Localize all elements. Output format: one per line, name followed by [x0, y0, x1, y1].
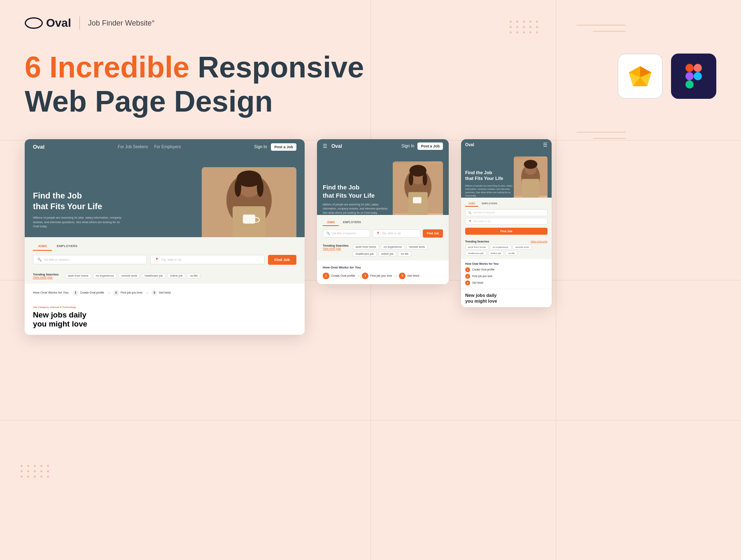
desktop-tab-jobs[interactable]: JOBS	[33, 242, 52, 251]
mobile-person-svg	[514, 156, 548, 198]
tablet-tag-1[interactable]: work from home	[353, 244, 379, 250]
hero-heading: 6 Incredible ResponsiveWeb Page Design	[25, 50, 716, 119]
tablet-location-input[interactable]: 📍 City, state or zip	[373, 229, 420, 238]
tablet-search-section: JOBS EMPLOYERS 🔍 Job tittle or keyword 📍…	[317, 215, 449, 242]
step-arrow-2: →	[145, 290, 149, 295]
desktop-bottom-heading-2: you might love	[33, 320, 87, 328]
tablet-step1-num: 1	[323, 273, 329, 279]
mobile-tag-4[interactable]: healthcare job	[465, 251, 487, 256]
trending-tag-5[interactable]: online job	[167, 273, 185, 278]
desktop-search-input[interactable]: 🔍 Job tittle or keyword	[33, 255, 147, 264]
mobile-location-placeholder: City, state or zip	[473, 220, 491, 222]
screens-container: Oval For Job Seekers For Employers Sign …	[25, 139, 716, 335]
trending-tag-2[interactable]: no experience	[93, 273, 117, 278]
desktop-nav: Oval For Job Seekers For Employers Sign …	[25, 139, 305, 155]
mobile-search-section: JOBS EMPLOYERS 🔍 Job tittle or keyword 📍…	[461, 198, 552, 238]
mobile-view-more[interactable]: View more jobs	[531, 240, 548, 243]
mobile-hero-text: Find the Job that Fits Your Life Million…	[465, 170, 514, 198]
tablet-how-works-title: How Oval Works for You	[323, 266, 443, 269]
tablet-tab-jobs[interactable]: JOBS	[323, 219, 339, 226]
figma-svg	[685, 64, 702, 89]
hero-heading-orange: 6 Incredible	[25, 51, 189, 84]
mobile-hamburger-icon[interactable]: ☰	[543, 142, 548, 148]
desktop-nav-actions: Sign In Post a Job	[254, 143, 296, 151]
mobile-hero-desc: Millions of people are searching for job…	[465, 184, 514, 198]
mobile-trending: Trending Searches View more jobs work fr…	[461, 238, 552, 259]
mobile-tag-2[interactable]: no experience	[490, 245, 511, 250]
tablet-nav-logo: Oval	[331, 143, 342, 149]
trending-tag-6[interactable]: no life	[187, 273, 200, 278]
mobile-search-input[interactable]: 🔍 Job tittle or keyword	[465, 209, 548, 216]
tablet-signin-btn[interactable]: Sign In	[401, 144, 414, 148]
mobile-new-jobs-line1: New jobs daily	[465, 293, 496, 298]
tablet-tab-employers[interactable]: EMPLOYERS	[339, 219, 365, 226]
desktop-tab-employers[interactable]: EMPLOYERS	[52, 242, 82, 251]
mobile-tag-1[interactable]: work from home	[465, 245, 489, 250]
tablet-arrow-2: →	[394, 274, 397, 278]
tablet-tag-3[interactable]: remote work	[406, 244, 428, 250]
desktop-hero-section: Find the Job that Fits Your Life Million…	[25, 155, 305, 237]
tablet-search-input[interactable]: 🔍 Job tittle or keyword	[323, 229, 370, 238]
figma-icon-box	[671, 54, 716, 99]
tablet-location-icon: 📍	[376, 232, 380, 235]
mobile-tag-6[interactable]: no life	[505, 251, 517, 256]
search-icon: 🔍	[37, 258, 42, 261]
trending-tag-4[interactable]: healthcare job	[142, 273, 165, 278]
tablet-tag-4[interactable]: healthcare job	[353, 251, 377, 257]
trending-tag-1[interactable]: work from home	[65, 273, 91, 278]
sketch-svg	[628, 64, 652, 89]
hamburger-icon[interactable]: ☰	[323, 143, 327, 149]
mobile-step2-label: Find job you love	[472, 275, 492, 278]
mobile-hero-title-2: that Fits Your Life	[465, 176, 503, 181]
desktop-hero-title-line1: Find the Job	[33, 191, 82, 200]
desktop-location-input[interactable]: 📍 City, state or zip	[150, 255, 264, 264]
desktop-signin-btn[interactable]: Sign In	[254, 145, 267, 149]
mobile-tag-5[interactable]: online job	[488, 251, 504, 256]
trending-tag-3[interactable]: remote work	[119, 273, 140, 278]
mobile-hero-image	[514, 156, 548, 198]
mobile-find-job-btn[interactable]: Find Job	[465, 228, 548, 235]
svg-rect-6	[685, 64, 694, 72]
mobile-nav-logo: Oval	[465, 142, 474, 147]
tablet-nav-actions: Sign In Post a Job	[401, 142, 443, 150]
mobile-step3-label: Get hired	[472, 281, 483, 284]
mobile-tag-3[interactable]: remote work	[513, 245, 532, 250]
desktop-view-more-link[interactable]: View more jobs	[33, 276, 59, 279]
desktop-step-1: 1 Create Oval profile	[73, 290, 104, 296]
tablet-trending: Trending Searches View more jobs work fr…	[317, 242, 449, 261]
desktop-person-svg	[202, 167, 296, 237]
mobile-location-input[interactable]: 📍 City, state or zip	[465, 218, 548, 225]
tablet-how-works: How Oval Works for You 1 Create Oval pro…	[317, 261, 449, 284]
mobile-how-works: How Oval Works for You 1 Create Oval pro…	[461, 259, 552, 289]
desktop-job-category: Job Category: Internet & Technology	[33, 306, 296, 308]
svg-point-30	[524, 160, 538, 169]
svg-rect-8	[685, 72, 694, 80]
header-subtitle: Job Finder Website°	[88, 19, 155, 28]
mobile-step-3: 3 Get hired	[465, 280, 548, 285]
desktop-find-job-btn[interactable]: Find Job	[268, 255, 297, 265]
logo-icon	[25, 17, 43, 29]
tablet-post-job-btn[interactable]: Post a Job	[417, 142, 443, 150]
desktop-post-job-btn[interactable]: Post a Job	[271, 143, 296, 151]
desktop-step3-label: Get hired	[159, 291, 171, 294]
desktop-hero-description: Millions of people are searching for job…	[33, 216, 124, 229]
tablet-mockup: ☰ Oval Sign In Post a Job Find the Job t…	[317, 139, 449, 284]
tablet-tag-2[interactable]: no experience	[381, 244, 405, 250]
tablet-tag-5[interactable]: online job	[378, 251, 396, 257]
tablet-nav: ☰ Oval Sign In Post a Job	[317, 139, 449, 153]
svg-rect-18	[243, 215, 255, 224]
desktop-nav-links: For Job Seekers For Employers	[118, 145, 181, 149]
desktop-search-section: JOBS EMPLOYERS 🔍 Job tittle or keyword 📍…	[25, 237, 305, 270]
tablet-tag-6[interactable]: no life	[398, 251, 412, 257]
sketch-icon-box	[618, 54, 663, 99]
logo: Oval	[25, 16, 71, 30]
tablet-find-job-btn[interactable]: Find Job	[423, 229, 443, 238]
location-icon: 📍	[155, 258, 159, 261]
tablet-view-more[interactable]: View more jobs	[323, 247, 349, 250]
mobile-tab-employers[interactable]: EMPLOYERS	[478, 201, 501, 207]
desktop-trending-label: Trending Searches	[33, 273, 59, 276]
mobile-how-works-steps: 1 Create Oval profile 2 Find job you lov…	[465, 267, 548, 285]
mobile-step2-num: 2	[465, 274, 470, 279]
mobile-tab-jobs[interactable]: JOBS	[465, 201, 478, 207]
mobile-hero-title-1: Find the Job	[465, 170, 492, 175]
